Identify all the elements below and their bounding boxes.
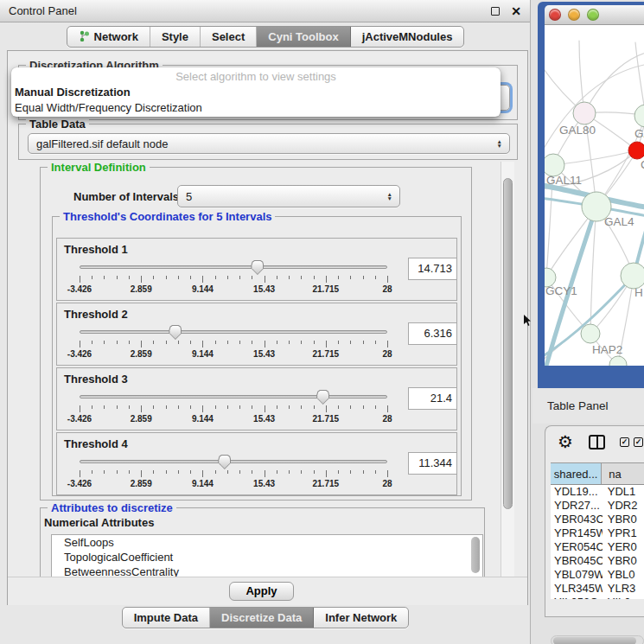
tick-mark [252,470,252,474]
attribute-item[interactable]: SelfLoops [52,535,482,550]
tick-mark [104,276,105,279]
table-row[interactable]: YBL079WYBL0 [551,568,644,582]
scale-label: 21.715 [313,349,340,359]
table-row[interactable]: YBR043CYBR0 [551,513,644,526]
tick-mark [326,276,327,283]
slider-handle[interactable] [316,390,329,405]
slider-handle[interactable] [169,325,182,340]
scale-label: 15.43 [253,284,275,294]
interval-definition-group: Interval Definition Number of Intervals … [40,167,472,501]
popup-option[interactable]: Manual Discretization [11,85,501,100]
tick-mark [375,341,376,344]
tick-mark [190,341,191,344]
network-canvas[interactable]: GAL80GAGAL11CGAL4GCY1HHAP2 [545,25,644,366]
tab-impute-data[interactable]: Impute Data [123,608,210,628]
cyni-toolbox-panel: Discretization Algorithm Table Data galF… [7,50,528,605]
tick-mark [363,341,364,344]
mac-minimize-icon[interactable] [568,9,580,21]
table-cell: YBR0 [603,554,644,568]
slider-handle[interactable] [251,260,264,275]
attribute-item[interactable]: BetweennessCentrality [52,564,482,577]
red-node[interactable] [628,142,644,159]
tick-mark [338,470,339,474]
threshold-value-field[interactable]: 11.344 [408,452,457,475]
slider-track[interactable] [80,330,387,334]
GAL-node[interactable] [634,105,644,127]
threshold-value-field[interactable]: 14.713 [408,258,457,280]
thresholds-coordinates-group: Threshold's Coordinates for 5 Intervals … [52,216,462,496]
table-data-combobox[interactable]: galFiltered.sif default node ▲▼ [28,133,510,154]
column-header[interactable]: shared... [551,463,602,485]
tab-cyni-toolbox[interactable]: Cyni Toolbox [257,27,350,47]
tab-label: Select [212,30,245,43]
table-cell: YBL079W [551,568,603,582]
float-window-icon[interactable] [491,7,500,16]
tick-mark [350,405,351,409]
table-row[interactable]: YBR045CYBR0 [551,554,644,568]
number-of-intervals-combobox[interactable]: 5 ▲▼ [177,185,400,207]
table-cell: YER054C [551,540,603,554]
tick-mark [326,470,327,477]
table-row[interactable]: YIL052CYIL0 [551,596,644,599]
table-data-label: Table Data [26,118,89,131]
partial-node[interactable] [609,356,627,366]
select-rows-icon[interactable]: ✓ [634,437,643,447]
tab-label: Infer Network [325,611,397,624]
threshold-value-field[interactable]: 6.316 [408,322,457,345]
tab-network[interactable]: Network [67,27,150,47]
close-icon[interactable]: ✕ [511,7,521,16]
tick-mark [350,341,351,344]
tick-mark [289,470,290,474]
tab-discretize-data[interactable]: Discretize Data [210,608,314,628]
tick-mark [80,470,80,477]
mac-close-icon[interactable] [549,9,561,21]
slider-track[interactable] [80,265,387,269]
tab-select[interactable]: Select [201,27,257,47]
threshold-panel: Threshold 1-3.4262.8599.14415.4321.71528… [56,238,457,301]
horizontal-scrollbar[interactable] [551,635,644,644]
mouse-cursor [524,315,532,326]
scale-label: -3.426 [67,349,92,359]
table-cell: YBR043C [551,513,603,526]
table-row[interactable]: YLR345WYLR3 [551,582,644,596]
tab-jactivemnodules[interactable]: jActiveMNodules [351,27,464,47]
HAP2-node[interactable] [581,324,600,343]
table-row[interactable]: YDL19...YDL1 [551,485,644,499]
threshold-value-field[interactable]: 21.4 [408,387,457,410]
table-cell: YPR1 [603,526,644,540]
tick-mark [80,341,80,348]
tick-mark [92,405,92,409]
table-row[interactable]: YDR27...YDR2 [551,499,644,513]
table-row[interactable]: YER054CYER0 [551,540,644,554]
popup-option[interactable]: Equal Width/Frequency Discretization [11,100,501,116]
node-label-GAL80: GAL80 [559,124,596,137]
slider-track[interactable] [80,460,387,463]
horizontal-scrollbar-thumb[interactable] [553,637,636,644]
control-panel-titlebar: Control Panel ✕ [0,0,530,22]
tick-mark [117,276,118,279]
column-header[interactable]: na [602,463,644,485]
vertical-scrollbar-thumb[interactable] [503,178,513,509]
GAL80-node[interactable] [573,102,596,124]
slider-handle[interactable] [218,455,231,469]
apply-button[interactable]: Apply [229,582,293,601]
scale-label: 28 [382,479,392,488]
slider-track[interactable] [80,395,387,399]
tick-mark [252,405,252,409]
tick-mark [277,341,277,344]
H-node[interactable] [621,263,644,289]
split-columns-icon[interactable] [589,435,605,450]
table-row[interactable]: YPR145WYPR1 [551,526,644,540]
control-panel-window: Control Panel ✕ NetworkStyleSelectCyni T… [0,0,531,644]
gear-icon[interactable]: ⚙ [558,431,573,452]
tab-style[interactable]: Style [150,27,201,47]
list-scrollbar-thumb[interactable] [471,537,480,573]
select-columns-icon[interactable]: ✓ [620,437,629,447]
tab-label: Cyni Toolbox [268,30,338,43]
attribute-item[interactable]: TopologicalCoefficient [52,550,482,564]
table-cell: YER0 [603,540,644,554]
vertical-scrollbar[interactable] [501,162,514,577]
mac-zoom-icon[interactable] [587,9,599,21]
tab-infer-network[interactable]: Infer Network [314,608,408,628]
threshold-panel: Threshold 3-3.4262.8599.14415.4321.71528… [56,367,457,430]
